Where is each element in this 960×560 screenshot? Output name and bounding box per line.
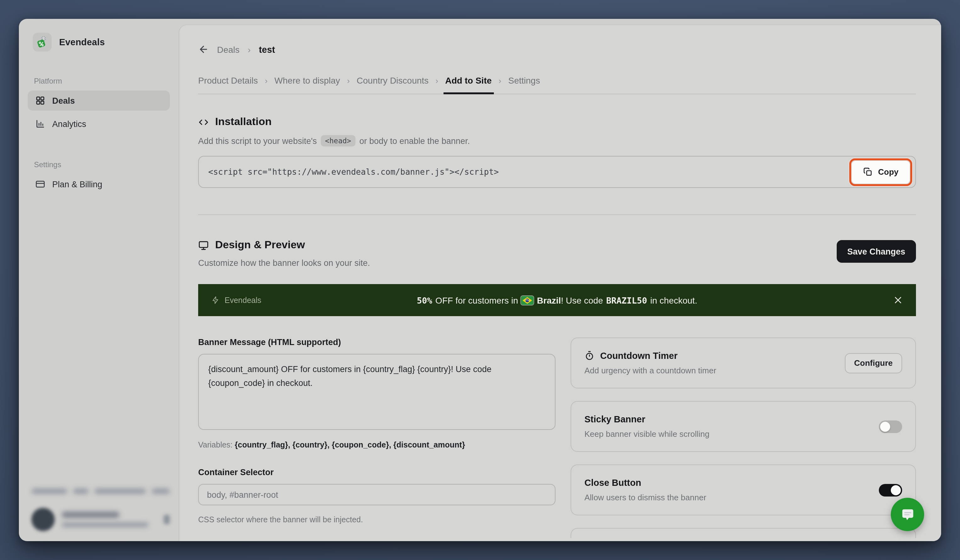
- installation-desc-prefix: Add this script to your website's: [198, 136, 317, 145]
- sidebar-item-plan-billing[interactable]: Plan & Billing: [28, 174, 170, 194]
- design-form: Banner Message (HTML supported) {discoun…: [198, 338, 916, 538]
- banner-preview: Evendeals 50% OFF for customers in Brazi…: [198, 284, 916, 316]
- tab-add-to-site[interactable]: Add to Site: [445, 75, 492, 86]
- installation-desc-suffix: or body to enable the banner.: [359, 136, 470, 145]
- banner-message-label: Banner Message (HTML supported): [198, 338, 555, 347]
- tab-where-to-display[interactable]: Where to display: [275, 75, 340, 86]
- breadcrumb-separator: ›: [248, 44, 251, 54]
- banner-brand-label: Evendeals: [225, 296, 261, 305]
- desktop-background: Evendeals Platform Deals Analytics Setti…: [0, 0, 960, 560]
- close-button-card: Close Button Allow users to dismiss the …: [571, 464, 916, 515]
- banner-message-preview: 50% OFF for customers in Brazil! Use cod…: [417, 295, 697, 305]
- tab-separator: ›: [265, 76, 268, 85]
- design-preview-heading: Design & Preview: [198, 239, 370, 251]
- user-account[interactable]: [32, 508, 170, 531]
- close-button-toggle[interactable]: [879, 483, 902, 496]
- brazil-flag-icon: [521, 296, 534, 305]
- container-selector-input[interactable]: [198, 484, 555, 505]
- sidebar-item-label: Deals: [52, 96, 75, 105]
- lightning-icon: [211, 296, 219, 304]
- redacted-footer-links[interactable]: [32, 488, 170, 494]
- copy-button-label: Copy: [878, 167, 899, 177]
- back-arrow-icon[interactable]: [198, 44, 209, 55]
- banner-close-icon[interactable]: [893, 295, 903, 305]
- form-right-column: Countdown Timer Add urgency with a count…: [571, 338, 916, 538]
- redacted-user-info: [62, 512, 157, 527]
- tab-settings[interactable]: Settings: [508, 75, 540, 86]
- main-panel: Deals › test Product Details › Where to …: [179, 24, 941, 541]
- container-selector-label: Container Selector: [198, 467, 555, 477]
- banner-coupon: BRAZIL50: [606, 295, 647, 305]
- sidebar-item-analytics[interactable]: Analytics: [28, 114, 170, 134]
- breadcrumb: Deals › test: [198, 44, 916, 55]
- sidebar: Evendeals Platform Deals Analytics Setti…: [19, 19, 179, 541]
- chat-widget-button[interactable]: [891, 498, 924, 531]
- tab-separator: ›: [499, 76, 501, 85]
- installation-description: Add this script to your website's <head>…: [198, 135, 916, 147]
- breadcrumb-parent[interactable]: Deals: [217, 44, 240, 54]
- tab-separator: ›: [347, 76, 350, 85]
- copy-button[interactable]: Copy: [852, 161, 910, 183]
- banner-text: in checkout.: [650, 295, 697, 305]
- brand[interactable]: Evendeals: [33, 33, 170, 51]
- sidebar-item-deals[interactable]: Deals: [28, 91, 170, 111]
- close-button-description: Allow users to dismiss the banner: [584, 493, 706, 502]
- section-divider: [198, 214, 916, 215]
- installation-title: Installation: [215, 116, 272, 128]
- stopwatch-icon: [584, 351, 595, 361]
- copy-button-highlight: Copy: [849, 158, 912, 186]
- save-changes-button[interactable]: Save Changes: [837, 240, 916, 263]
- tab-country-discounts[interactable]: Country Discounts: [357, 75, 429, 86]
- sticky-banner-card: Sticky Banner Keep banner visible while …: [571, 401, 916, 452]
- form-left-column: Banner Message (HTML supported) {discoun…: [198, 338, 555, 524]
- evendeals-logo-icon: [33, 33, 51, 51]
- head-tag-chip: <head>: [320, 135, 355, 147]
- banner-message-textarea[interactable]: {discount_amount} OFF for customers in {…: [198, 354, 555, 430]
- sidebar-section-platform: Platform: [34, 77, 170, 86]
- banner-country: Brazil: [537, 295, 561, 305]
- brand-name: Evendeals: [59, 37, 105, 47]
- sidebar-item-label: Plan & Billing: [52, 179, 102, 189]
- breadcrumb-current: test: [259, 44, 275, 54]
- countdown-timer-description: Add urgency with a countdown timer: [584, 366, 716, 375]
- sticky-banner-description: Keep banner visible while scrolling: [584, 429, 709, 439]
- banner-brand: Evendeals: [211, 296, 261, 305]
- tab-product-details[interactable]: Product Details: [198, 75, 258, 86]
- sidebar-item-label: Analytics: [52, 119, 86, 129]
- sidebar-footer: [32, 488, 170, 531]
- avatar: [32, 508, 55, 531]
- sidebar-section-settings: Settings: [34, 160, 170, 169]
- countdown-timer-title: Countdown Timer: [600, 351, 678, 361]
- copy-icon: [863, 167, 872, 177]
- banner-discount: 50%: [417, 295, 432, 305]
- code-icon: [198, 116, 209, 127]
- configure-button[interactable]: Configure: [845, 353, 902, 373]
- chat-bubble-icon: [899, 506, 916, 523]
- banner-text: OFF for customers in: [435, 295, 518, 305]
- grid-icon: [35, 96, 45, 105]
- design-preview-subtitle: Customize how the banner looks on your s…: [198, 258, 370, 268]
- variables-value: {country_flag}, {country}, {coupon_code}…: [235, 440, 465, 449]
- close-button-title: Close Button: [584, 478, 641, 488]
- monitor-icon: [198, 240, 209, 250]
- variables-hint: Variables: {country_flag}, {country}, {c…: [198, 440, 555, 449]
- app-window: Evendeals Platform Deals Analytics Setti…: [19, 19, 941, 541]
- bar-chart-icon: [35, 119, 45, 129]
- step-tabs: Product Details › Where to display › Cou…: [198, 75, 916, 94]
- countdown-timer-card: Countdown Timer Add urgency with a count…: [571, 338, 916, 388]
- installation-heading: Installation: [198, 116, 916, 128]
- variables-label: Variables:: [198, 440, 232, 449]
- design-preview-title: Design & Preview: [215, 239, 305, 251]
- banner-text: ! Use code: [561, 295, 603, 305]
- next-card-partial: [571, 528, 916, 538]
- sticky-banner-title: Sticky Banner: [584, 414, 645, 424]
- credit-card-icon: [35, 179, 45, 189]
- install-script-code[interactable]: <script src="https://www.evendeals.com/b…: [208, 167, 499, 177]
- tab-separator: ›: [436, 76, 438, 85]
- container-selector-help: CSS selector where the banner will be in…: [198, 515, 555, 524]
- sticky-banner-toggle[interactable]: [879, 420, 902, 433]
- design-preview-header: Design & Preview Customize how the banne…: [198, 239, 916, 268]
- install-script-box: <script src="https://www.evendeals.com/b…: [198, 156, 916, 188]
- redacted-user-menu-icon: [163, 515, 170, 524]
